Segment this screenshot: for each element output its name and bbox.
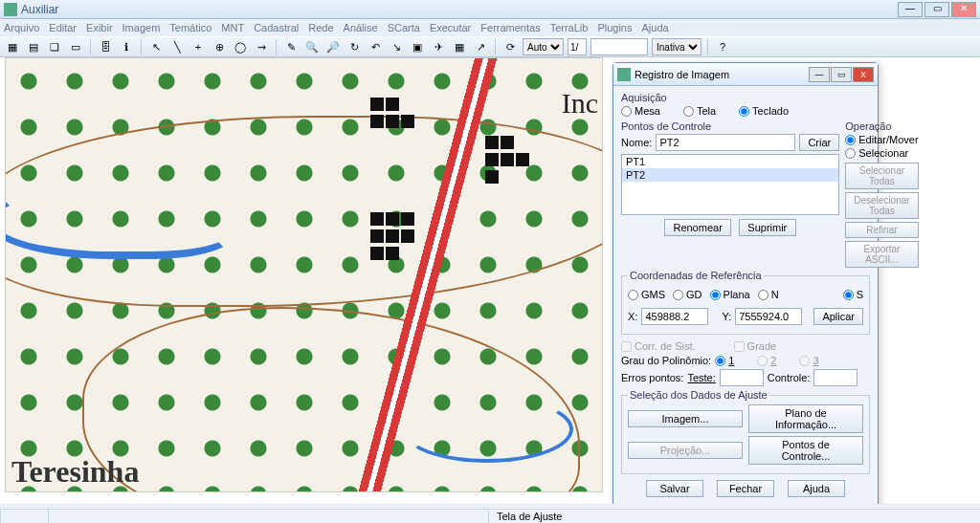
check-grade [734, 341, 745, 352]
selecionar-todas-button[interactable]: Selecionar Todas [845, 163, 918, 189]
imagem-button[interactable]: Imagem... [628, 410, 743, 427]
tool-grid-icon[interactable]: ▤ [25, 38, 42, 55]
menu-tematico[interactable]: Temático [169, 22, 212, 33]
salvar-button[interactable]: Salvar [646, 480, 703, 497]
radio-grau-2 [757, 356, 768, 366]
dialog-max-button[interactable]: ▭ [831, 67, 852, 82]
tool-zoomout-icon[interactable]: 🔎 [324, 38, 342, 55]
deselecionar-todas-button[interactable]: Deselecionar Todas [845, 192, 918, 219]
aplicar-button[interactable]: Aplicar [813, 308, 863, 325]
tool-refresh-icon[interactable]: ⟳ [501, 38, 519, 55]
plano-button[interactable]: Plano de Informação... [748, 404, 863, 433]
tool-rect-icon[interactable]: ▭ [67, 38, 84, 55]
tool-target-icon[interactable]: ⊕ [211, 38, 228, 55]
scale-mode-select[interactable]: Auto [523, 38, 564, 55]
exportar-button[interactable]: Exportar ASCII... [845, 241, 918, 268]
menu-exibir[interactable]: Exibir [86, 22, 113, 33]
tool-pointer-icon[interactable]: ↗ [472, 38, 489, 55]
ratio-left-input[interactable] [568, 38, 587, 55]
tool-chart-icon[interactable]: ▦ [451, 38, 468, 55]
coord-label: Coordenadas de Referência [628, 270, 764, 281]
dialog-min-button[interactable]: — [809, 67, 830, 82]
statusbar: Tela de Ajuste [0, 509, 980, 523]
dialog-titlebar[interactable]: Registro de Imagem — ▭ X [613, 63, 878, 86]
window-title: Auxiliar [21, 3, 58, 16]
selecao-label: Seleção dos Dados de Ajuste [628, 389, 769, 401]
radio-teclado[interactable] [739, 106, 749, 117]
close-button[interactable]: ✕ [951, 2, 976, 17]
menu-scarta[interactable]: SCarta [388, 22, 420, 33]
radio-tela[interactable] [683, 106, 694, 117]
menu-executar[interactable]: Executar [430, 22, 471, 33]
minimize-button[interactable]: — [898, 2, 923, 17]
menu-ferramentas[interactable]: Ferramentas [480, 22, 540, 33]
pontos-listbox[interactable]: PT1 PT2 [621, 154, 839, 215]
tool-plus-icon[interactable]: + [189, 38, 207, 55]
menu-analise[interactable]: Análise [344, 22, 378, 33]
tool-layers-icon[interactable]: ❏ [46, 38, 63, 55]
menubar: Arquivo Editar Exibir Imagem Temático MN… [0, 19, 980, 36]
help-icon[interactable]: ? [714, 38, 731, 55]
dialog-registro: Registro de Imagem — ▭ X Aquisição Mesa … [612, 62, 879, 509]
suprimir-button[interactable]: Suprimir [739, 219, 796, 236]
active-select[interactable]: Inativa [652, 38, 702, 55]
tool-pencil-icon[interactable]: ✎ [282, 38, 300, 55]
tool-extent-icon[interactable]: ▣ [409, 38, 426, 55]
tool-info-icon[interactable]: ℹ [118, 38, 135, 55]
map-view[interactable]: Inc Teresinha [5, 57, 603, 492]
tool-undo-icon[interactable]: ↘ [388, 38, 405, 55]
list-item[interactable]: PT2 [622, 168, 838, 182]
y-label: Y: [722, 311, 731, 322]
menu-mnt[interactable]: MNT [221, 22, 244, 33]
menu-rede[interactable]: Rede [308, 22, 333, 33]
radio-selecionar[interactable] [845, 148, 856, 159]
operacao-label: Operação [845, 120, 918, 132]
refinar-button[interactable]: Refinar [845, 222, 918, 238]
radio-mesa[interactable] [621, 106, 632, 117]
menu-editar[interactable]: Editar [49, 22, 77, 33]
app-icon [4, 3, 17, 16]
radio-grau-1[interactable] [715, 356, 725, 366]
tool-circle-icon[interactable]: ◯ [232, 38, 249, 55]
tool-select-icon[interactable]: ▦ [4, 38, 21, 55]
radio-s[interactable] [843, 290, 854, 300]
y-input[interactable] [735, 308, 802, 325]
criar-button[interactable]: Criar [799, 134, 839, 151]
status-tela: Tela de Ajuste [488, 510, 570, 523]
menu-ajuda[interactable]: Ajuda [641, 22, 668, 33]
window-titlebar: Auxiliar — ▭ ✕ [0, 0, 980, 19]
teste-input[interactable] [720, 369, 764, 386]
grau-label: Grau do Polinômio: [621, 355, 711, 366]
tool-line-icon[interactable]: ╲ [168, 38, 186, 55]
menu-imagem[interactable]: Imagem [122, 22, 161, 33]
menu-plugins[interactable]: Plugins [597, 22, 632, 33]
pontos-controle-button[interactable]: Pontos de Controle... [748, 436, 863, 465]
tool-back-icon[interactable]: ↶ [367, 38, 384, 55]
tool-db-icon[interactable]: 🗄 [97, 38, 114, 55]
radio-n[interactable] [758, 290, 768, 300]
nome-input[interactable] [656, 134, 795, 151]
tool-zoomin-icon[interactable]: 🔍 [303, 38, 321, 55]
tool-pan-icon[interactable]: ↻ [345, 38, 363, 55]
radio-gd[interactable] [673, 290, 683, 300]
dialog-close-button[interactable]: X [853, 67, 874, 82]
renomear-button[interactable]: Renomear [664, 219, 730, 236]
maximize-button[interactable]: ▭ [924, 2, 949, 17]
tool-cursor-icon[interactable]: ↖ [147, 38, 165, 55]
fechar-button[interactable]: Fechar [717, 480, 774, 497]
projecao-button[interactable]: Projeção... [628, 442, 743, 459]
menu-arquivo[interactable]: Arquivo [4, 22, 39, 33]
list-item[interactable]: PT1 [622, 155, 838, 168]
tool-flight-icon[interactable]: ✈ [430, 38, 447, 55]
x-input[interactable] [641, 308, 708, 325]
ajuda-button[interactable]: Ajuda [788, 480, 845, 497]
controle-input[interactable] [813, 369, 858, 386]
menu-cadastral[interactable]: Cadastral [254, 22, 299, 33]
ratio-right-input[interactable] [590, 38, 648, 55]
radio-grau-3 [799, 356, 810, 366]
radio-plana[interactable] [710, 290, 721, 300]
radio-editar[interactable] [845, 135, 856, 145]
tool-route-icon[interactable]: ⇝ [253, 38, 270, 55]
menu-terralib[interactable]: TerraLib [550, 22, 589, 33]
radio-gms[interactable] [628, 290, 638, 300]
